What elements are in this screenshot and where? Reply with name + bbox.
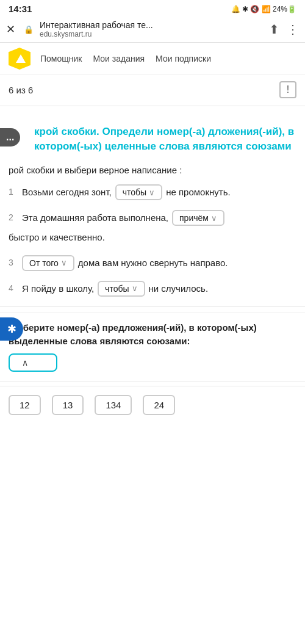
- sentence-text-2b: быстро и качественно.: [9, 230, 105, 245]
- nav-link-helper[interactable]: Помощник: [40, 54, 82, 63]
- browser-title: Интерактивная рабочая те... edu.skysmart…: [40, 20, 263, 38]
- status-bar: 14:31 🔔 ✱ 🔇 📶 24%🔋: [0, 0, 305, 16]
- option-134[interactable]: 134: [95, 395, 132, 415]
- option-12[interactable]: 12: [9, 395, 41, 415]
- sentence-text-3b: дома вам нужно свернуть направо.: [78, 255, 228, 271]
- instruction-text: рой скобки и выбери верное написание :: [0, 159, 305, 181]
- task-header: крой скобки. Определи номер(-а) дложения…: [0, 116, 305, 159]
- options-area: 12 13 134 24: [0, 386, 305, 421]
- sentence-text-1a: Возьми сегодня зонт,: [22, 184, 112, 200]
- bluetooth-icon: ✱: [7, 322, 16, 336]
- logo[interactable]: [9, 48, 30, 70]
- sentence-row: 3 От того ∨ дома вам нужно свернуть напр…: [9, 255, 296, 271]
- sentence-number-1: 1: [9, 185, 18, 200]
- option-13[interactable]: 13: [52, 395, 84, 415]
- content-area: ... крой скобки. Определи номер(-а) длож…: [0, 110, 305, 421]
- chevron-down-icon: ∨: [132, 284, 138, 293]
- nav-link-tasks[interactable]: Мои задания: [93, 54, 145, 63]
- sentence-text-2a: Эта домашняя работа выполнена,: [22, 210, 168, 226]
- sentence-3-dropdown[interactable]: От того ∨: [22, 255, 74, 271]
- close-icon[interactable]: ✕: [6, 23, 15, 36]
- sentence-text-1b: не промокнуть.: [166, 184, 230, 200]
- sentence-row: 4 Я пойду в школу, чтобы ∨ ни случилось.: [9, 281, 296, 297]
- progress-icon[interactable]: !: [279, 81, 296, 98]
- sentence-row: 2 Эта домашняя работа выполнена, причём …: [9, 210, 296, 245]
- sentence-number-3: 3: [9, 256, 18, 270]
- chevron-down-icon: ∨: [211, 214, 217, 223]
- share-icon[interactable]: ⬆: [269, 22, 279, 37]
- nav-links: Помощник Мои задания Мои подписки: [40, 54, 211, 63]
- progress-area: 6 из 6 !: [0, 75, 305, 102]
- divider: [0, 382, 305, 382]
- option-24[interactable]: 24: [143, 395, 175, 415]
- nav-link-subscriptions[interactable]: Мои подписки: [156, 54, 211, 63]
- status-right-icons: 🔔 ✱ 🔇 📶 24%🔋: [231, 5, 296, 13]
- chevron-down-icon: ∨: [61, 258, 67, 267]
- drag-dots: ...: [6, 132, 14, 143]
- chevron-down-icon: ∨: [149, 188, 155, 197]
- sentence-4-dropdown[interactable]: чтобы ∨: [98, 281, 145, 297]
- sentence-2-dropdown[interactable]: причём ∨: [172, 210, 224, 226]
- status-icons: 🔔 ✱ 🔇 📶 24%🔋: [231, 5, 296, 13]
- answer-area: Выберите номер(-а) предложения(-ий), в к…: [0, 312, 305, 378]
- status-time: 14:31: [9, 4, 32, 14]
- divider: [0, 306, 305, 307]
- lock-icon: 🔒: [24, 25, 34, 34]
- sentence-number-2: 2: [9, 211, 18, 225]
- sentence-number-4: 4: [9, 281, 18, 296]
- divider: [0, 106, 305, 106]
- answer-dropdown[interactable]: ∧: [9, 353, 57, 372]
- chevron-up-icon: ∧: [22, 358, 28, 367]
- drag-handle[interactable]: ...: [0, 128, 20, 147]
- answer-label: Выберите номер(-а) предложения(-ий), в к…: [9, 321, 296, 349]
- browser-actions[interactable]: ⬆ ⋮: [269, 22, 299, 37]
- more-icon[interactable]: ⋮: [287, 22, 299, 37]
- sentences-area: 1 Возьми сегодня зонт, чтобы ∨ не промок…: [0, 181, 305, 297]
- browser-bar: ✕ 🔒 Интерактивная рабочая те... edu.skys…: [0, 16, 305, 43]
- nav-bar: Помощник Мои задания Мои подписки: [0, 43, 305, 75]
- sentence-1-dropdown[interactable]: чтобы ∨: [115, 184, 162, 200]
- sentence-text-4b: ни случилось.: [149, 281, 209, 297]
- sentence-text-4a: Я пойду в школу,: [22, 281, 94, 297]
- sentence-row: 1 Возьми сегодня зонт, чтобы ∨ не промок…: [9, 184, 296, 200]
- logo-icon: [16, 54, 26, 63]
- bluetooth-button[interactable]: ✱: [0, 317, 23, 341]
- progress-label: 6 из 6: [9, 85, 33, 95]
